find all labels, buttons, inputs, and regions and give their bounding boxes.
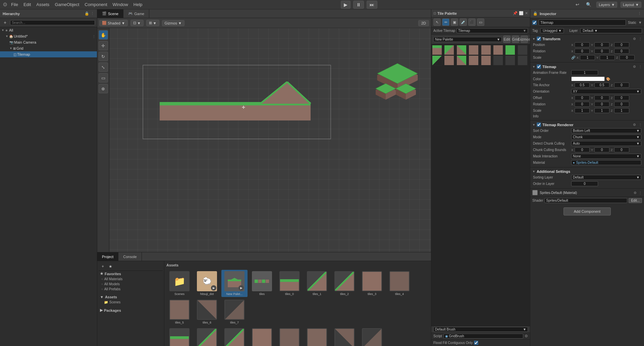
layout-dropdown[interactable]: Layout ▼ [621,2,641,8]
shader-field[interactable]: Sprites/Default [544,198,627,203]
material-field[interactable]: ● Sprites-Default [571,160,641,165]
tag-dropdown[interactable]: Untagged ▼ [540,28,564,33]
search-icon-btn[interactable]: 🔍 [584,1,593,8]
asset-tiles7[interactable]: tiles_7 [221,298,248,326]
tscale-z-input[interactable] [614,108,629,113]
mode-dropdown[interactable]: Chunk ▼ [571,135,641,140]
tab-project[interactable]: Project [97,252,118,261]
transform-menu-icon[interactable]: ⋮ [639,37,642,41]
pos-z-input[interactable] [614,42,629,47]
off-x-input[interactable] [575,95,590,100]
cull-z-input[interactable] [614,147,629,152]
proj-scenes-folder[interactable]: 📁 Scenes [99,300,163,305]
asset-tiles4[interactable]: tiles_4 [386,270,413,297]
select-tool-btn[interactable]: ↖ [433,18,441,26]
layers-dropdown[interactable]: Layers ▼ [596,2,617,8]
proj-all-models[interactable]: ○ All Models [99,282,163,287]
tscale-x-input[interactable] [575,108,590,113]
hierarchy-menu-icon[interactable]: ⋮ [91,11,94,16]
menu-file[interactable]: File [9,1,20,8]
anim-frame-rate-input[interactable] [571,70,598,75]
new-palette-dropdown[interactable]: New Palette ▼ [433,37,502,42]
palette-tile-1-5[interactable] [493,55,503,65]
palette-tile-0-1[interactable] [444,45,454,55]
2d-badge[interactable]: 2D [418,20,429,26]
asset-tiles[interactable]: tiles [249,270,275,297]
transform-settings-icon[interactable]: ⚙ [633,37,636,41]
untitled-menu-icon[interactable]: ⋮ [92,35,96,38]
additional-settings-header[interactable]: ▼ Additional Settings [532,169,642,174]
palette-tile-1-3[interactable] [469,55,479,65]
active-tilemap-dropdown[interactable]: Tilemap ▼ [457,28,528,33]
palette-edit-btn[interactable]: Edit [503,36,511,43]
hierarchy-item-tilemap[interactable]: ◫ Tilemap [0,51,97,57]
tilemap-section-header[interactable]: ▼ Tilemap ⚙ ⋮ [532,64,642,69]
asset-r2-tiles7[interactable]: tiles_7 [359,327,385,346]
palette-tile-0-5[interactable] [493,45,503,55]
fill-tool-btn[interactable]: ▣ [451,18,458,26]
anchor-z-input[interactable] [614,83,629,88]
palette-tile-1-4[interactable] [481,55,491,65]
trot-y-input[interactable] [594,102,609,107]
palette-gizmos-btn[interactable]: Gizmos [521,36,528,43]
palette-tile-0-2[interactable] [457,45,467,55]
palette-pin-icon[interactable]: 📌 [513,11,518,15]
menu-help[interactable]: Help [132,1,144,8]
anchor-x-input[interactable] [575,83,590,88]
static-chevron-icon[interactable]: ▼ [638,20,642,24]
script-settings-icon[interactable]: ⚙ [525,334,528,338]
pos-y-input[interactable] [594,42,609,47]
proj-all-prefabs[interactable]: ○ All Prefabs [99,287,163,292]
tab-game[interactable]: 🎮 Game [123,9,149,18]
palette-tile-1-7[interactable] [518,55,528,65]
erase-tool-btn[interactable]: ⬛ [468,18,476,26]
add-component-button[interactable]: Add Component [564,207,611,215]
color-picker-icon[interactable]: 🎨 [606,77,610,81]
rot-x-input[interactable] [575,49,590,54]
anchor-y-input[interactable] [594,83,609,88]
tab-console[interactable]: Console [118,252,142,261]
menu-window[interactable]: Window [111,1,130,8]
asset-r2-tiles2[interactable]: tiles_2 [221,327,248,346]
off-y-input[interactable] [594,95,609,100]
scale-x-input[interactable] [580,55,595,60]
asset-r2-tiles5[interactable]: tiles_5 [304,327,330,346]
sprites-menu-icon[interactable]: ⋮ [639,191,642,195]
pause-button[interactable]: ⏸ [353,1,364,9]
step-button[interactable]: ⏭ [367,1,377,9]
rot-y-input[interactable] [594,49,609,54]
tscale-y-input[interactable] [594,108,609,113]
object-name-input[interactable] [539,19,626,26]
pos-x-input[interactable] [575,42,590,47]
asset-r2-tiles6[interactable]: tiles_6 [331,327,358,346]
sort-order-dropdown[interactable]: Bottom Left ▼ [571,128,641,133]
scale-tool-btn[interactable]: ⤡ [99,62,108,72]
active-toggle[interactable] [532,20,537,25]
menu-component[interactable]: Component [83,1,109,8]
palette-tile-1-1[interactable] [444,55,454,65]
palette-tile-0-7[interactable] [518,45,528,55]
script-value-field[interactable]: ◉ GridBrush [443,334,523,339]
menu-assets[interactable]: Assets [35,1,51,8]
proj-all-materials[interactable]: ○ All Materials [99,277,163,282]
asset-tiles3[interactable]: tiles_3 [359,270,385,297]
cull-x-input[interactable] [575,147,590,152]
hierarchy-search-input[interactable] [10,20,95,25]
palette-tile-0-4[interactable] [481,45,491,55]
asset-hitsuji[interactable]: 🐑 ▶ hitsuji_dot [194,270,220,297]
layer-dropdown[interactable]: Default ▼ [580,28,642,33]
palette-tile-0-3[interactable] [469,45,479,55]
pick-tool-btn[interactable]: 💉 [460,18,467,26]
transform-tool-btn[interactable]: ⊕ [99,84,108,93]
project-add-btn[interactable]: + [100,263,106,269]
scale-y-input[interactable] [600,55,615,60]
history-icon-btn[interactable]: ↩ [574,1,581,8]
play-button[interactable]: ▶ [341,1,351,9]
tab-scene[interactable]: 🎬 Scene [97,9,123,18]
asset-r2-tiles4[interactable]: tiles_4 [276,327,303,346]
menu-gameobject[interactable]: GameObject [53,1,81,8]
hierarchy-item-all[interactable]: ▼ ★ All [0,27,97,33]
asset-tiles2[interactable]: tiles_2 [331,270,358,297]
scene-layout-dropdown[interactable]: ⊡ ▼ [130,20,144,26]
palette-tile-1-2[interactable] [457,55,467,65]
